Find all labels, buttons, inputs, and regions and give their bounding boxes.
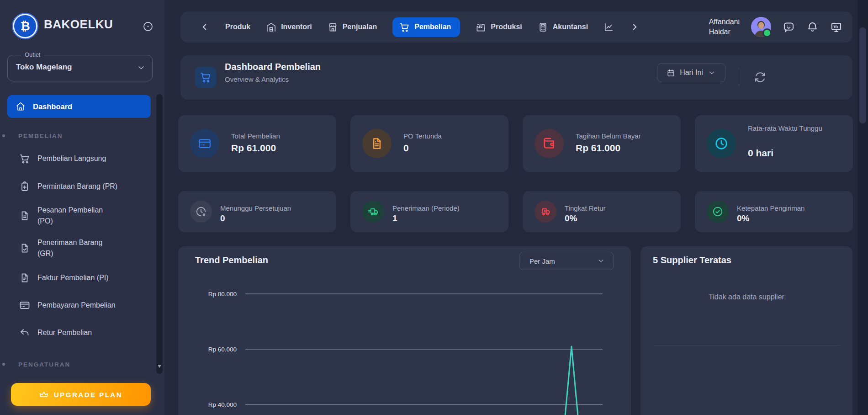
sidebar-item-label: Retur Pembelian (37, 327, 92, 338)
sidebar-section-pembelian: PEMBELIAN (18, 133, 63, 139)
sidebar-item-label: Pembelian Langsung (37, 153, 106, 164)
app-root: ₿ BAKOELKU Outlet Toko Magelang Dashboar… (0, 0, 868, 415)
period-dropdown[interactable]: Hari Ini (657, 63, 725, 82)
credit-card-icon (190, 129, 219, 158)
tab-produksi[interactable]: Produksi (476, 22, 522, 32)
stat-value: 0 (403, 143, 409, 154)
shopping-cart-icon (19, 153, 30, 164)
stat-card-ketepatan-pengiriman[interactable]: Ketepatan Pengiriman 0% (695, 191, 853, 232)
avatar[interactable] (751, 17, 771, 37)
stat-value: 0% (565, 213, 577, 223)
suppliers-panel-title: 5 Supplier Teratas (653, 255, 731, 266)
stat-card-tingkat-retur[interactable]: Tingkat Retur 0% (523, 191, 681, 232)
sidebar-item-penerimaan-barang[interactable]: Penerimaan Barang (GR) (7, 234, 151, 262)
tab-produk[interactable]: Produk (225, 23, 250, 31)
user-name[interactable]: Affandani Haidar (709, 17, 740, 37)
stat-value: Rp 61.000 (576, 143, 620, 154)
clock-pause-icon (190, 201, 212, 223)
calendar-icon (667, 69, 675, 77)
refresh-icon[interactable] (754, 71, 767, 84)
page-scrollbar[interactable] (857, 0, 868, 415)
calculator-icon (538, 22, 548, 32)
user-name-line2: Haidar (709, 27, 740, 37)
stat-label: PO Tertunda (403, 131, 442, 142)
tab-laporan-partial[interactable] (603, 22, 614, 32)
tab-label: Inventori (281, 23, 312, 31)
top-suppliers-panel: 5 Supplier Teratas Tidak ada data suppli… (640, 246, 852, 415)
nav-scroll-left-icon[interactable] (200, 22, 210, 32)
sidebar-item-pembayaran-pembelian[interactable]: Pembayaran Pembelian (7, 294, 151, 317)
scroll-down-arrow-icon[interactable] (158, 365, 161, 368)
y-axis-tick-label: Rp 60.000 (208, 346, 237, 353)
sidebar-scrollbar[interactable] (156, 94, 163, 374)
stat-card-tagihan-belum-bayar[interactable]: Tagihan Belum Bayar Rp 61.000 (523, 115, 681, 172)
stat-card-total-pembelian[interactable]: Total Pembelian Rp 61.000 (178, 115, 336, 172)
home-icon (16, 101, 26, 112)
outlet-selector[interactable]: Outlet Toko Magelang (7, 55, 153, 81)
sidebar-item-label: Penerimaan Barang (GR) (37, 237, 102, 259)
logo-glyph: ₿ (20, 19, 30, 33)
tab-inventori[interactable]: Inventori (266, 22, 312, 32)
stat-card-po-tertunda[interactable]: PO Tertunda 0 (350, 115, 508, 172)
upgrade-plan-label: UPGRADE PLAN (54, 391, 122, 399)
sidebar-item-pesanan-pembelian[interactable]: Pesanan Pembelian (PO) (7, 202, 151, 229)
brand-logo-icon: ₿ (12, 13, 38, 39)
nav-scroll-right-icon[interactable] (630, 22, 640, 32)
section-bullet (2, 363, 5, 366)
module-tabs: Produk Inventori Penjualan Pembelian Pro… (200, 11, 640, 43)
user-area: Affandani Haidar (709, 11, 842, 43)
stat-label: Menunggu Persetujuan (220, 203, 291, 214)
file-check-icon (19, 243, 30, 254)
tab-penjualan[interactable]: Penjualan (328, 22, 377, 32)
sidebar-item-label: Pembayaran Pembelian (37, 300, 116, 311)
stat-card-menunggu-persetujuan[interactable]: Menunggu Persetujuan 0 (178, 191, 336, 232)
sidebar-item-dashboard[interactable]: Dashboard (7, 95, 151, 118)
y-axis-tick-label: Rp 40.000 (208, 401, 237, 408)
line-chart-icon (603, 22, 614, 32)
page-title: Dashboard Pembelian (225, 62, 321, 72)
sidebar-item-pembelian-langsung[interactable]: Pembelian Langsung (7, 147, 151, 170)
user-name-line1: Affandani (709, 17, 740, 27)
outlet-label: Outlet (21, 51, 44, 58)
section-bullet (2, 134, 5, 137)
sidebar-item-label: Dashboard (33, 102, 72, 111)
stat-label: Tagihan Belum Bayar (576, 131, 641, 142)
tab-pembelian[interactable]: Pembelian (392, 17, 460, 37)
stat-card-penerimaan-periode[interactable]: Penerimaan (Periode) 1 (350, 191, 508, 232)
sidebar-item-label: Pesanan Pembelian (PO) (37, 205, 103, 227)
display-monitor-icon[interactable] (830, 21, 842, 33)
sidebar-section-pengaturan: PENGATURAN (18, 361, 70, 368)
page-scrollbar-thumb[interactable] (859, 27, 866, 123)
check-circle-icon (707, 201, 729, 223)
file-lines-icon (19, 210, 30, 221)
sidebar-collapse-toggle-icon[interactable] (143, 21, 153, 32)
trend-line-chart: Rp 80.000Rp 60.000Rp 40.000 (178, 274, 631, 415)
sidebar-item-faktur-pembelian[interactable]: Faktur Pembelian (PI) (7, 266, 151, 289)
tab-akuntansi[interactable]: Akuntansi (538, 22, 588, 32)
sidebar-item-label: Faktur Pembelian (PI) (37, 272, 109, 283)
suppliers-empty-text: Tidak ada data supplier (640, 293, 852, 301)
tab-label: Pembelian (414, 23, 451, 31)
notification-bell-icon[interactable] (806, 21, 819, 33)
tab-label: Penjualan (343, 23, 377, 31)
sidebar-item-retur-pembelian[interactable]: Retur Pembelian (7, 321, 151, 344)
clipboard-plus-icon (19, 181, 30, 192)
credit-card-icon (19, 300, 30, 311)
stat-value: 1 (392, 213, 397, 223)
page-header-panel: Dashboard Pembelian Overview & Analytics… (180, 55, 852, 100)
sidebar-item-label: Permintaan Barang (PR) (37, 181, 117, 192)
chat-icon[interactable] (783, 21, 795, 33)
stat-label: Total Pembelian (231, 131, 280, 142)
divider (653, 345, 840, 346)
crown-icon (39, 390, 48, 399)
stat-value: 0 (220, 213, 225, 223)
file-text-icon (362, 129, 392, 158)
divider (739, 68, 739, 86)
upgrade-plan-button[interactable]: UPGRADE PLAN (11, 383, 151, 406)
stat-card-rata-rata-waktu-tunggu[interactable]: Rata-rata Waktu Tunggu 0 hari (695, 115, 853, 172)
sidebar-item-permintaan-barang[interactable]: Permintaan Barang (PR) (7, 175, 151, 198)
stat-value: Rp 61.000 (231, 143, 276, 154)
trend-panel-title: Trend Pembelian (195, 255, 268, 266)
y-axis-tick-label: Rp 80.000 (208, 291, 237, 298)
granularity-dropdown[interactable]: Per Jam (519, 252, 614, 270)
